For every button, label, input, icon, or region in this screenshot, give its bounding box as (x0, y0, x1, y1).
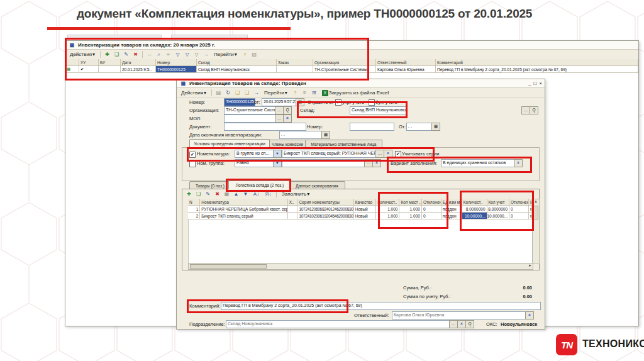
column-header-warehouse[interactable]: Склад (197, 59, 277, 66)
tab-warehouse-logistics[interactable]: Логистика склада (2 поз.) (228, 181, 291, 189)
sort-asc-icon[interactable]: А↓ (251, 191, 262, 198)
help-icon[interactable]: ? (241, 51, 249, 58)
delete-icon[interactable]: ✖ (213, 191, 221, 198)
responsible-field[interactable]: Карпова Ольга Юрьевна (392, 311, 528, 319)
column-header-bu[interactable]: БУ (99, 59, 121, 66)
department-dots-icon[interactable]: … (449, 320, 458, 328)
fill-variant-clear-icon[interactable]: × (514, 159, 523, 167)
maximize-icon[interactable]: □ (533, 81, 536, 86)
scroll-thumb[interactable] (190, 264, 267, 269)
list-icon[interactable]: ≡ (301, 89, 309, 97)
grid-icon[interactable]: ▦ (223, 191, 231, 198)
col-deviation[interactable]: Отклонен.. (422, 199, 441, 206)
org-search-icon[interactable]: Q (283, 106, 292, 114)
move-up-icon[interactable]: ▲ (232, 191, 240, 198)
table-row[interactable]: ▦ ✔ 20.01.2025 9:5.. ТН0000000125 Склад … (65, 66, 638, 73)
nomenclature-condition-select[interactable]: В группе из сп... (235, 150, 276, 158)
save-settings-icon[interactable]: ❏ (243, 89, 251, 97)
column-header-order[interactable]: Заказ (277, 59, 313, 66)
calendar-icon[interactable]: ▦ (321, 131, 330, 139)
col-nomenclature[interactable]: Номенклатура (200, 199, 287, 206)
go-icon[interactable]: → (202, 51, 210, 58)
tab-inventory-conditions[interactable]: Условия проведения инвентаризации (189, 139, 270, 148)
scroll-thumb[interactable] (533, 206, 538, 219)
responsible-clear-icon[interactable]: × (525, 311, 534, 319)
actions-menu[interactable]: Действия▾ (67, 50, 97, 59)
column-header-number[interactable]: Номер (156, 59, 197, 66)
mol-dots-icon[interactable]: … (275, 114, 284, 123)
col-x[interactable]: Х.. (288, 199, 298, 206)
add-icon[interactable]: ✚ (185, 191, 193, 198)
resize-icon[interactable]: ↔ (145, 51, 153, 58)
column-header-comment[interactable]: Комментарий (436, 59, 638, 66)
doc-from-field[interactable]: . . (406, 123, 434, 131)
vertical-scrollbar[interactable]: ▲ (532, 199, 540, 264)
chevron-down-icon[interactable]: ▾ (273, 150, 282, 158)
structure-icon[interactable]: ⊞ (310, 89, 318, 97)
col-qty-acc[interactable]: Кол учет (487, 199, 509, 206)
edit-icon[interactable]: ✎ (204, 191, 212, 198)
scroll-right-icon[interactable]: ► (528, 264, 532, 267)
calendar-icon[interactable]: ▦ (296, 98, 304, 106)
col-series[interactable]: Серия номенклатуры (297, 199, 353, 206)
org-dots-icon[interactable]: … (275, 106, 284, 114)
date-field[interactable]: 20.01.2025 9:57:27 (262, 98, 298, 106)
copy-icon[interactable]: ❏ (113, 51, 121, 58)
column-header-responsible[interactable]: Ответственный (376, 59, 436, 66)
org-field[interactable]: ТН-Строительные Системы (224, 106, 278, 114)
number-field[interactable]: ТН0000000125 (224, 98, 255, 106)
nomenclature-clear-icon[interactable]: × (384, 150, 392, 158)
chevron-down-icon[interactable]: ▾ (273, 159, 282, 167)
document-field[interactable] (224, 123, 306, 131)
go-menu[interactable]: Перейти▾ (262, 88, 290, 97)
department-search-icon[interactable]: Q (465, 320, 474, 328)
copy-icon[interactable]: ❏ (194, 191, 203, 198)
find-icon[interactable]: ⌕ (155, 51, 163, 58)
cell-number-selected[interactable]: ТН0000000125 (156, 66, 197, 73)
end-date-field[interactable]: . . (279, 131, 324, 139)
minimize-icon[interactable]: _ (528, 81, 531, 86)
warehouse-field[interactable]: Склад ВНП Новоульяновск (350, 106, 406, 114)
help-icon[interactable]: ? (291, 89, 299, 97)
move-down-icon[interactable]: ▼ (242, 191, 250, 198)
col-deviation2[interactable]: Отклонен.. (509, 199, 529, 206)
print-icon[interactable]: ▤ (214, 89, 223, 97)
fill-menu[interactable]: Заполнить▾ (279, 189, 312, 199)
fill-variant-field[interactable]: В единицах хранения остатков (441, 159, 515, 167)
acc-accounting-checkbox[interactable] (369, 99, 375, 106)
department-field[interactable]: Склад Новоульяновск (226, 320, 452, 328)
print-icon[interactable]: ▤ (250, 51, 258, 58)
department-clear-icon[interactable]: × (457, 320, 466, 328)
col-quality[interactable]: Качество (354, 199, 376, 206)
nomenclature-value-field[interactable]: Бикрост ТКП сланец серый; РУПОННАЯ ЧЕРЕП… (282, 150, 379, 158)
column-header-date[interactable]: Дата (121, 59, 156, 66)
sort-desc-icon[interactable]: Я↓ (263, 191, 274, 198)
close-icon[interactable]: × (539, 81, 542, 86)
mol-clear-icon[interactable]: × (283, 114, 292, 123)
edit-icon[interactable]: ✎ (122, 51, 130, 58)
col-places[interactable]: Кол мест .. (399, 199, 421, 206)
column-header-uu[interactable]: УУ (79, 59, 99, 66)
table-row[interactable]: 1 РУПОННАЯ ЧЕРЕПИЦА Бобровый хвост. сера… (188, 206, 532, 213)
table-row[interactable]: 2 Бикрост ТКП сланец серый 1072410290619… (188, 213, 532, 219)
filter-by-value-icon[interactable]: ▽ (183, 51, 191, 58)
col-n[interactable]: N (188, 199, 200, 206)
nomenclature-checkbox[interactable]: ✔ (189, 152, 196, 158)
actions-menu[interactable]: Действия▾ (179, 88, 209, 97)
column-header-org[interactable]: Организация (313, 59, 376, 66)
nomenclature-dots-icon[interactable]: … (375, 150, 384, 158)
col-qty[interactable]: Количест.. (376, 199, 399, 206)
group-clear-icon[interactable]: × (372, 159, 381, 167)
delete-icon[interactable]: ✖ (131, 51, 140, 58)
horizontal-scrollbar[interactable]: ► (188, 263, 533, 270)
warehouse-dots-icon[interactable]: … (521, 106, 530, 114)
col-unit[interactable]: Ед изм м.. (441, 199, 462, 206)
copy-settings-icon[interactable]: ❏ (233, 89, 242, 97)
scroll-up-icon[interactable]: ▲ (534, 199, 538, 203)
calendar-icon[interactable]: ▦ (431, 123, 440, 131)
doc-number-field[interactable] (350, 123, 394, 131)
reread-icon[interactable]: ↻ (224, 89, 232, 97)
warehouse-search-icon[interactable]: Q (530, 106, 538, 114)
go-icon[interactable]: → (252, 89, 260, 97)
selected-cell[interactable]: 10,00000... (462, 213, 487, 219)
